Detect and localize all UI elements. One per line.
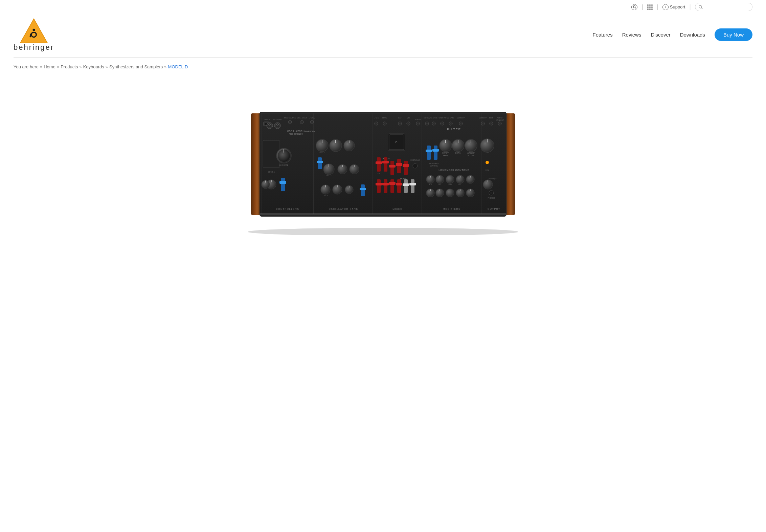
buy-now-button[interactable]: Buy Now <box>715 28 752 41</box>
breadcrumb-products[interactable]: Products <box>61 64 78 69</box>
nav-reviews[interactable]: Reviews <box>622 32 641 38</box>
product-image: CONTROLLERS OSCILLATOR BANK MIXER MODIFI… <box>231 93 535 235</box>
svg-point-197 <box>499 123 500 124</box>
svg-text:LOUD/CV: LOUD/CV <box>457 117 465 119</box>
svg-text:MIXER: MIXER <box>392 208 403 210</box>
search-box[interactable] <box>695 3 752 11</box>
svg-text:D: D <box>396 141 398 144</box>
svg-text:FILTER HIT: FILTER HIT <box>438 117 447 119</box>
svg-rect-69 <box>317 161 323 163</box>
svg-rect-93 <box>384 157 387 172</box>
svg-point-163 <box>486 161 489 164</box>
svg-text:OUTPUT: OUTPUT <box>488 208 500 210</box>
svg-text:OVERLOAD: OVERLOAD <box>410 159 420 161</box>
svg-rect-58 <box>279 181 286 184</box>
svg-rect-106 <box>390 179 394 193</box>
svg-rect-95 <box>390 161 394 175</box>
svg-text:CONTROLLERS: CONTROLLERS <box>276 208 299 210</box>
svg-text:ATK: ATK <box>429 183 432 185</box>
svg-rect-117 <box>427 146 431 160</box>
svg-point-203 <box>384 123 385 124</box>
svg-text:KEYBOARD: KEYBOARD <box>429 162 438 164</box>
svg-text:MIDI IN: MIDI IN <box>265 118 270 120</box>
svg-rect-84 <box>361 184 365 196</box>
svg-rect-97 <box>397 159 401 173</box>
svg-rect-94 <box>382 161 389 163</box>
svg-rect-99 <box>404 161 408 175</box>
breadcrumb-sep-2: » <box>79 64 82 69</box>
svg-rect-104 <box>384 179 387 193</box>
svg-text:FG GATE: FG GATE <box>430 117 437 119</box>
svg-rect-118 <box>426 150 432 152</box>
svg-point-193 <box>482 123 483 124</box>
svg-text:MAIN: MAIN <box>489 117 494 119</box>
header: behringer Features Reviews Discover Down… <box>0 14 766 57</box>
svg-point-30 <box>269 124 270 124</box>
svg-rect-10 <box>260 112 506 217</box>
svg-text:AUDIO: AUDIO <box>497 117 502 119</box>
svg-text:MOD SOURCE: MOD SOURCE <box>284 117 296 119</box>
svg-text:REL: REL <box>458 183 462 185</box>
nav-discover[interactable]: Discover <box>651 32 670 38</box>
search-input[interactable] <box>705 4 749 9</box>
svg-rect-120 <box>432 149 439 152</box>
svg-text:MIDI THRU: MIDI THRU <box>273 118 282 120</box>
svg-rect-100 <box>403 164 409 167</box>
breadcrumb-sep-0: » <box>40 64 42 69</box>
breadcrumb-synths[interactable]: Synthesizers and Samplers <box>109 64 163 69</box>
support-link[interactable]: i Support <box>662 4 685 10</box>
support-label: Support <box>670 4 685 9</box>
svg-point-28 <box>268 124 269 125</box>
svg-text:OSC-2: OSC-2 <box>326 175 332 177</box>
svg-text:FILTER: FILTER <box>447 128 461 131</box>
svg-point-169 <box>490 192 492 194</box>
breadcrumb-sep-3: » <box>106 64 108 69</box>
nav-features[interactable]: Features <box>593 32 613 38</box>
svg-text:LFO A: LFO A <box>374 117 379 119</box>
svg-text:VOL: VOL <box>485 169 489 171</box>
nav-downloads[interactable]: Downloads <box>680 32 705 38</box>
svg-text:SUS: SUS <box>448 183 452 185</box>
divider-2: | <box>657 3 658 10</box>
svg-rect-96 <box>389 165 396 168</box>
svg-text:behringer: behringer <box>489 178 497 180</box>
svg-text:EXT: EXT <box>398 117 402 119</box>
svg-text:LFO L: LFO L <box>382 117 387 119</box>
svg-rect-107 <box>389 182 396 185</box>
svg-rect-112 <box>411 179 414 193</box>
svg-text:MAIN OUT: MAIN OUT <box>496 119 504 121</box>
svg-text:LFO RATE: LFO RATE <box>279 164 289 166</box>
svg-text:OSC-3: OSC-3 <box>323 195 328 197</box>
svg-point-34 <box>276 124 277 125</box>
svg-point-115 <box>413 163 418 168</box>
svg-text:OSC 1: OSC 1 <box>319 152 324 154</box>
svg-text:LOUD/CV: LOUD/CV <box>479 117 487 119</box>
svg-point-179 <box>426 123 428 124</box>
svg-text:FREQUENCY: FREQUENCY <box>289 133 303 135</box>
logo[interactable]: behringer <box>14 17 54 52</box>
svg-rect-90 <box>377 157 381 172</box>
search-icon <box>699 5 703 9</box>
svg-rect-57 <box>281 178 285 191</box>
breadcrumb-keyboards[interactable]: Keyboards <box>83 64 104 69</box>
grid-icon[interactable] <box>647 4 653 10</box>
breadcrumb-home[interactable]: Home <box>44 64 55 69</box>
svg-text:MIX: MIX <box>407 117 410 119</box>
svg-point-45 <box>311 121 313 123</box>
svg-rect-109 <box>396 183 402 185</box>
user-icon[interactable] <box>631 4 637 10</box>
svg-text:MODIFIERS: MODIFIERS <box>443 208 460 210</box>
divider-1: | <box>641 3 643 10</box>
breadcrumb-current[interactable]: MODEL D <box>168 64 188 69</box>
svg-text:LFO/CV: LFO/CV <box>309 117 315 119</box>
breadcrumb: You are here » Home » Products » Keyboar… <box>0 58 766 76</box>
svg-point-6 <box>248 228 518 235</box>
product-area: CONTROLLERS OSCILLATOR BANK MIXER MODIFI… <box>0 76 766 249</box>
svg-text:PHONES: PHONES <box>488 197 495 199</box>
svg-rect-119 <box>434 146 437 160</box>
svg-point-0 <box>634 5 635 7</box>
breadcrumb-sep-1: » <box>57 64 59 69</box>
main-nav: Features Reviews Discover Downloads Buy … <box>593 28 753 41</box>
svg-rect-103 <box>376 183 382 185</box>
svg-text:DEC: DEC <box>438 183 442 185</box>
